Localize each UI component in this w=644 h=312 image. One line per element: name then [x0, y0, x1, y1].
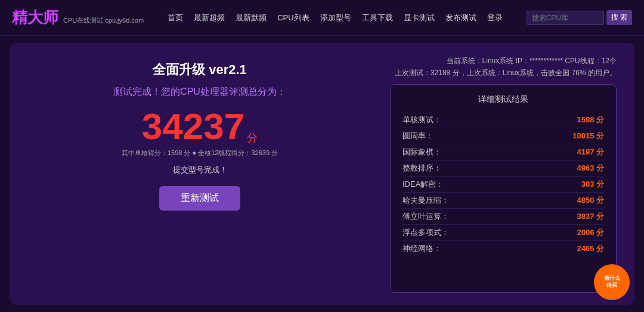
system-info-line1: 当前系统：Linux系统 IP：************ CPU线程：12个 [390, 55, 617, 67]
result-row: IDEA解密：303 分 [402, 177, 604, 193]
watermark-line1: 值什么 [604, 275, 620, 282]
nav-cpu-list[interactable]: CPU列表 [277, 13, 309, 23]
watermark-line2: 得买 [606, 282, 617, 289]
left-panel: 全面升级 ver2.1 测试完成！您的CPU处理器评测总分为： 34237 分 … [27, 55, 372, 293]
result-label: 单核测试： [402, 115, 441, 125]
result-value: 10015 分 [572, 131, 604, 141]
result-label: 整数排序： [402, 163, 441, 174]
result-label: 国际象棋： [402, 147, 441, 157]
main-card: 全面升级 ver2.1 测试完成！您的CPU处理器评测总分为： 34237 分 … [10, 43, 634, 305]
header: 精大师 CPU在线测试 cpu.jy6d.com 首页 最新超频 最新默频 CP… [0, 0, 644, 36]
result-row: 国际象棋：4197 分 [402, 144, 604, 160]
right-panel: 当前系统：Linux系统 IP：************ CPU线程：12个 上… [390, 55, 617, 293]
search-row: 搜 索 [527, 10, 632, 25]
header-right: 搜 索 [527, 10, 632, 25]
result-value: 303 分 [581, 179, 604, 190]
result-label: 圆周率： [402, 131, 434, 141]
nav-publish[interactable]: 发布测试 [445, 13, 476, 23]
result-row: 浮点多项式：2006 分 [402, 225, 604, 241]
result-label: 哈夫曼压缩： [402, 195, 449, 206]
test-complete-text: 测试完成！您的CPU处理器评测总分为： [113, 86, 286, 98]
logo-subtitle: CPU在线测试 cpu.jy6d.com [63, 16, 144, 25]
score-detail: 其中单核得分：1598 分 ● 全核12线程得分：32639 分 [122, 149, 278, 157]
result-box: 详细测试结果 单核测试：1598 分圆周率：10015 分国际象棋：4197 分… [390, 84, 617, 293]
result-label: 浮点多项式： [402, 227, 449, 238]
main-inner: 全面升级 ver2.1 测试完成！您的CPU处理器评测总分为： 34237 分 … [27, 55, 617, 293]
upgrade-title: 全面升级 ver2.1 [153, 61, 247, 79]
logo-title: 精大师 [12, 7, 58, 28]
nav-links: 首页 最新超频 最新默频 CPU列表 添加型号 工具下载 显卡测试 发布测试 登… [144, 13, 527, 23]
result-value: 2006 分 [577, 227, 604, 238]
result-value: 4850 分 [577, 195, 604, 206]
nav-tools[interactable]: 工具下载 [362, 13, 393, 23]
nav-add-model[interactable]: 添加型号 [320, 13, 351, 23]
result-value: 3837 分 [577, 211, 604, 222]
result-label: IDEA解密： [402, 179, 444, 190]
system-info: 当前系统：Linux系统 IP：************ CPU线程：12个 上… [390, 55, 617, 79]
result-value: 1598 分 [577, 115, 604, 125]
nav-latest-stock[interactable]: 最新默频 [236, 13, 267, 23]
result-row: 哈夫曼压缩：4850 分 [402, 193, 604, 209]
result-value: 4963 分 [577, 163, 604, 174]
submit-success: 提交型号完成！ [173, 165, 227, 175]
system-info-line2: 上次测试：32188 分，上次系统：Linux系统，击败全国 76% 的用户。 [390, 67, 617, 79]
watermark: 值什么 得买 [594, 264, 630, 300]
result-row: 单核测试：1598 分 [402, 112, 604, 128]
search-input[interactable] [527, 11, 604, 25]
result-box-title: 详细测试结果 [402, 94, 604, 105]
search-button[interactable]: 搜 索 [606, 10, 632, 25]
result-row: 傅立叶运算：3837 分 [402, 209, 604, 225]
nav-gpu-test[interactable]: 显卡测试 [404, 13, 435, 23]
score-unit: 分 [247, 131, 258, 145]
result-label: 傅立叶运算： [402, 211, 449, 222]
result-value: 4197 分 [577, 147, 604, 157]
main-score: 34237 [142, 108, 244, 145]
results-container: 单核测试：1598 分圆周率：10015 分国际象棋：4197 分整数排序：49… [402, 112, 604, 257]
nav-home[interactable]: 首页 [168, 13, 183, 23]
nav-latest-oc[interactable]: 最新超频 [194, 13, 225, 23]
retest-button[interactable]: 重新测试 [159, 186, 240, 211]
result-row: 整数排序：4963 分 [402, 160, 604, 177]
result-label: 神经网络： [402, 243, 441, 254]
result-value: 2465 分 [577, 243, 604, 254]
result-row: 圆周率：10015 分 [402, 128, 604, 144]
result-row: 神经网络：2465 分 [402, 241, 604, 257]
logo-area: 精大师 CPU在线测试 cpu.jy6d.com [12, 7, 144, 28]
nav-login[interactable]: 登录 [487, 13, 503, 23]
